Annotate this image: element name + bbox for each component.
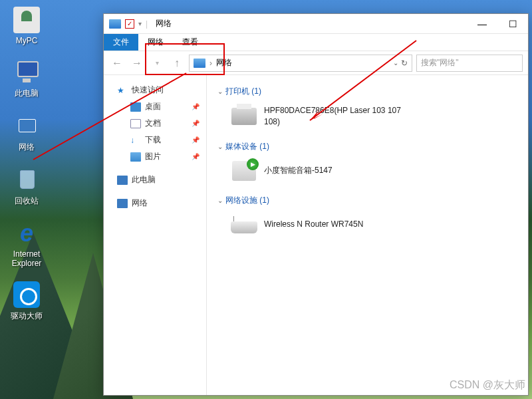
sidebar-item-label: 快速访问 [132, 84, 164, 96]
sidebar-item-documents[interactable]: 文档📌 [104, 115, 206, 132]
minimize-button[interactable]: — [467, 14, 497, 34]
explorer-window: ✓ ▾ | 网络 — ☐ 文件 网络 查看 ← → ▾ ↑ › 网络 [103, 13, 529, 396]
chevron-right-icon: › [209, 59, 212, 68]
star-icon: ★ [117, 86, 128, 95]
divider-icon: | [146, 19, 148, 29]
category-netinfra[interactable]: ⌄网络设施 (1) [217, 191, 517, 210]
desktop-icon-network[interactable]: 网络 [7, 112, 47, 153]
qat-icons: ✓ ▾ | [104, 19, 153, 29]
printer-icon [231, 106, 257, 127]
sidebar-thispc[interactable]: 此电脑 [104, 172, 206, 188]
checkbox-icon[interactable]: ✓ [125, 19, 134, 29]
icon-label: 驱动大师 [7, 311, 47, 322]
device-item-media[interactable]: 小度智能音箱-5147 [217, 156, 517, 191]
desktop-icons-column: MyPC 此电脑 网络 回收站 e Internet Explorer 驱动大师 [7, 7, 53, 335]
sidebar-item-label: 网络 [132, 198, 148, 209]
desktop-icon-recycle[interactable]: 回收站 [7, 166, 47, 207]
folder-icon [130, 102, 141, 112]
chevron-down-icon: ⌄ [217, 197, 223, 204]
pc-icon [117, 176, 128, 185]
device-label: 小度智能音箱-5147 [264, 165, 332, 176]
sidebar-item-label: 文档 [145, 118, 161, 129]
document-icon [130, 119, 141, 128]
pc-icon [13, 59, 40, 85]
ie-icon: e [13, 220, 40, 247]
sidebar-item-label: 下载 [145, 134, 161, 146]
sidebar-item-label: 图片 [145, 151, 161, 162]
search-input[interactable]: 搜索"网络" [416, 55, 523, 72]
sidebar-item-pictures[interactable]: 图片📌 [104, 148, 206, 165]
sidebar-item-desktop[interactable]: 桌面📌 [104, 98, 206, 115]
network-icon [13, 112, 40, 139]
sidebar-item-label: 此电脑 [132, 174, 156, 186]
chevron-down-icon: ⌄ [217, 143, 223, 150]
category-label: 网络设施 (1) [225, 195, 269, 206]
pin-icon: 📌 [192, 153, 200, 160]
folder-icon [194, 59, 205, 68]
desktop-background: MyPC 此电脑 网络 回收站 e Internet Explorer 驱动大师… [0, 0, 532, 399]
address-bar[interactable]: › 网络 ⌄ ↻ [189, 55, 412, 72]
content-pane: ⌄打印机 (1) HPF80DACE786E8(HP Laser 103 107… [207, 75, 528, 395]
desktop-icon-driver[interactable]: 驱动大师 [7, 281, 47, 322]
category-label: 媒体设备 (1) [225, 141, 269, 152]
tab-file[interactable]: 文件 [104, 34, 138, 51]
tab-view[interactable]: 查看 [173, 34, 207, 51]
navigation-pane: ★快速访问 桌面📌 文档📌 ↓下载📌 图片📌 此电脑 网络 [104, 75, 207, 395]
device-label: HPF80DACE786E8(HP Laser 103 107 108) [264, 105, 410, 128]
category-label: 打印机 (1) [225, 86, 261, 97]
icon-label: MyPC [7, 36, 47, 45]
window-title: 网络 [153, 18, 172, 29]
person-icon [13, 7, 40, 33]
address-row: ← → ▾ ↑ › 网络 ⌄ ↻ 搜索"网络" [104, 51, 528, 75]
sidebar-network[interactable]: 网络 [104, 195, 206, 211]
recycle-bin-icon [13, 166, 40, 193]
chevron-down-icon[interactable]: ⌄ [393, 59, 398, 66]
maximize-button[interactable]: ☐ [497, 14, 528, 34]
sidebar-quickaccess[interactable]: ★快速访问 [104, 82, 206, 98]
icon-label: 回收站 [7, 196, 47, 207]
nav-forward-button[interactable]: → [129, 55, 145, 71]
desktop-icon-thispc[interactable]: 此电脑 [7, 59, 47, 99]
nav-back-button[interactable]: ← [109, 55, 125, 71]
ribbon-tabs: 文件 网络 查看 [104, 34, 528, 51]
device-label: Wireless N Router WR745N [264, 219, 363, 230]
chevron-down-icon: ⌄ [217, 88, 223, 95]
router-icon [231, 214, 257, 235]
window-body: ★快速访问 桌面📌 文档📌 ↓下载📌 图片📌 此电脑 网络 ⌄打印机 (1) [104, 75, 528, 395]
icon-label: Internet Explorer [7, 249, 47, 268]
tab-network[interactable]: 网络 [138, 34, 173, 51]
icon-label: 此电脑 [7, 88, 47, 99]
qat-dropdown-icon[interactable]: ▾ [138, 20, 142, 27]
nav-up-button[interactable]: ↑ [169, 55, 185, 71]
pin-icon: 📌 [192, 103, 200, 110]
nav-recent-button[interactable]: ▾ [149, 55, 165, 71]
pin-icon: 📌 [192, 136, 200, 144]
download-icon: ↓ [130, 136, 141, 145]
driver-icon [13, 281, 40, 308]
category-printers[interactable]: ⌄打印机 (1) [217, 82, 517, 101]
folder-icon [109, 19, 121, 29]
media-device-icon [231, 160, 257, 182]
refresh-button[interactable]: ↻ [401, 59, 408, 68]
pin-icon: 📌 [192, 120, 200, 127]
desktop-icon-mypc[interactable]: MyPC [7, 7, 47, 45]
sidebar-item-downloads[interactable]: ↓下载📌 [104, 132, 206, 148]
category-media[interactable]: ⌄媒体设备 (1) [217, 137, 517, 156]
device-item-router[interactable]: Wireless N Router WR745N [217, 210, 517, 245]
icon-label: 网络 [7, 142, 47, 153]
title-bar[interactable]: ✓ ▾ | 网络 — ☐ [104, 14, 528, 34]
address-location: 网络 [216, 57, 232, 68]
sidebar-item-label: 桌面 [145, 101, 161, 112]
pictures-icon [130, 152, 141, 162]
network-icon [117, 199, 128, 208]
device-item-printer[interactable]: HPF80DACE786E8(HP Laser 103 107 108) [217, 101, 517, 137]
desktop-icon-ie[interactable]: e Internet Explorer [7, 220, 47, 268]
